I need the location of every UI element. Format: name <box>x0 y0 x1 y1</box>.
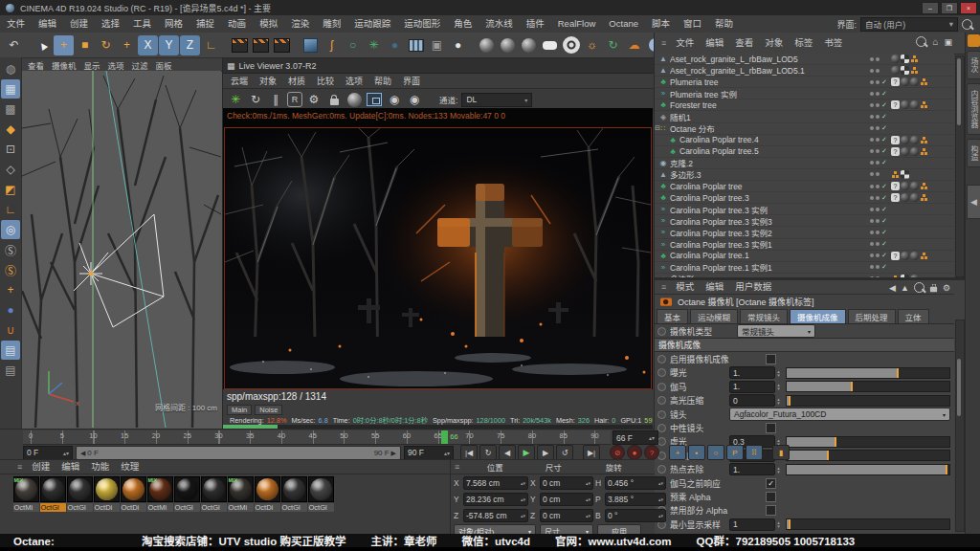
question-tag-icon[interactable]: ? <box>891 252 900 260</box>
coordinate-field[interactable]: 28.236 cm▴▾ <box>463 493 528 506</box>
keyframe-toggle-0[interactable]: + <box>669 445 686 460</box>
close-button[interactable]: × <box>960 2 977 14</box>
render-region-icon[interactable] <box>251 35 271 55</box>
attr-tab-3[interactable]: 摄像机成像 <box>790 309 846 323</box>
om-menu-0[interactable]: 文件 <box>670 34 700 52</box>
menu-item-15[interactable]: 插件 <box>520 15 551 33</box>
select-arrow-icon[interactable]: ▲ <box>29 31 56 58</box>
attribute-scrollbar[interactable] <box>955 320 965 532</box>
question-tag-icon[interactable]: ? <box>891 193 900 202</box>
param-checkbox[interactable] <box>766 423 776 433</box>
uvw-tag-icon[interactable] <box>901 170 909 179</box>
menu-item-14[interactable]: 流水线 <box>479 15 520 33</box>
coordinate-field[interactable]: 0 cm▴▾ <box>540 476 593 490</box>
target-icon[interactable] <box>561 35 581 55</box>
visibility-toggles[interactable]: ✓ <box>870 183 891 190</box>
material-preview-icon[interactable] <box>345 91 363 108</box>
visibility-toggles[interactable]: ✓ <box>870 124 891 132</box>
octane-tag-icon[interactable] <box>920 100 928 109</box>
back-arrow-icon[interactable]: ◀ <box>889 283 896 293</box>
current-frame-field[interactable]: 66 F ▴▾ <box>612 430 658 445</box>
viewport-menu-0[interactable]: 查看 <box>24 59 48 71</box>
object-row[interactable]: ♣Plumeria tree✓? <box>655 77 954 88</box>
visibility-toggles[interactable]: ✓ <box>870 229 891 236</box>
lv-menu-0[interactable]: 云端 <box>225 73 254 90</box>
object-row[interactable]: ♣Carolina Poplar tree.1✓? <box>655 251 954 262</box>
attr-tab-2[interactable]: 常规镜头 <box>740 309 788 323</box>
object-tags[interactable]: ? <box>891 193 954 202</box>
search-icon[interactable] <box>914 282 924 293</box>
octane-tag-icon[interactable] <box>910 55 919 63</box>
keyframe-toggle-2[interactable]: ○ <box>707 445 724 460</box>
focus-picker-icon[interactable]: ◉ <box>386 91 403 108</box>
menu-item-8[interactable]: 模拟 <box>253 15 284 33</box>
camera-type-dropdown[interactable]: 常规镜头▾ <box>737 324 815 338</box>
viewport-menu-2[interactable]: 显示 <box>80 59 104 71</box>
material-picker-icon[interactable]: ◉ <box>406 91 423 108</box>
restore-button[interactable]: ❐ <box>941 2 958 14</box>
add-cube-icon[interactable] <box>301 35 321 55</box>
object-tags[interactable] <box>891 170 954 179</box>
move-tool-icon[interactable]: + <box>54 35 74 55</box>
param-slider[interactable] <box>786 395 950 407</box>
question-tag-icon[interactable]: ? <box>891 182 900 190</box>
lock-x-icon[interactable]: X <box>138 35 158 55</box>
material-item[interactable]: OctGl <box>40 476 65 512</box>
uvw-tag-icon[interactable] <box>901 66 909 75</box>
menu-item-1[interactable]: 编辑 <box>32 15 63 33</box>
visibility-toggles[interactable] <box>870 57 891 61</box>
material-tag-icon[interactable] <box>901 193 909 202</box>
material-tag-icon[interactable] <box>901 77 909 86</box>
param-checkbox[interactable]: ✓ <box>766 478 776 489</box>
coordinate-field[interactable]: 0 cm▴▾ <box>540 509 593 522</box>
lv-menu-6[interactable]: 界面 <box>397 73 426 90</box>
object-row[interactable]: »Carolina Poplar tree.3 实例1✓ <box>655 239 954 251</box>
material-item[interactable]: OctGl <box>67 476 92 512</box>
param-value-field[interactable]: 1. <box>729 381 775 393</box>
undo-icon[interactable]: ↶ <box>4 35 24 55</box>
octane-start-icon[interactable]: ✳ <box>227 91 244 108</box>
material-item[interactable]: MIXOctMi <box>13 476 38 512</box>
object-row[interactable]: ◈随机1✓ <box>655 111 954 122</box>
floor-grid-icon[interactable] <box>406 35 426 55</box>
material-tag-icon[interactable] <box>910 77 919 86</box>
search-icon[interactable] <box>916 36 926 47</box>
render-tab-noise[interactable]: Noise <box>255 405 282 415</box>
material-tag-icon[interactable] <box>910 193 919 202</box>
visibility-toggles[interactable]: ✓ <box>870 113 891 121</box>
transport-button-5[interactable]: ↺ <box>556 445 573 460</box>
magnet-icon[interactable]: ∪ <box>1 320 20 340</box>
panel-menu-icon[interactable]: ≡ <box>657 38 670 48</box>
transport-button-0[interactable]: |◀ <box>460 445 478 460</box>
coord-system-icon[interactable]: ∟ <box>201 35 221 55</box>
material-item[interactable]: OctDi <box>121 476 145 512</box>
object-row[interactable]: ◉克隆.2✓ <box>655 158 954 169</box>
workplane-mode-icon[interactable]: ◆ <box>1 120 20 139</box>
menu-item-13[interactable]: 角色 <box>447 15 479 33</box>
material-item[interactable]: OctGl <box>201 476 226 512</box>
model-mode-icon[interactable]: ▦ <box>1 79 20 99</box>
param-value-field[interactable]: 1 <box>729 518 775 531</box>
param-checkbox[interactable] <box>766 354 776 364</box>
menu-item-3[interactable]: 选择 <box>95 15 126 33</box>
material-item[interactable]: OctGl <box>281 476 306 512</box>
octane-tag-icon[interactable] <box>920 193 928 202</box>
playhead[interactable] <box>441 430 448 444</box>
material-tag-icon[interactable] <box>901 100 909 109</box>
lens-dropdown[interactable]: Agfacolor_Futura_100CD▾ <box>729 408 950 421</box>
home-icon[interactable]: ⌂ <box>932 36 938 47</box>
param-checkbox[interactable] <box>766 492 776 502</box>
material-tag-icon[interactable] <box>910 136 919 144</box>
attr-tab-0[interactable]: 基本 <box>657 309 688 323</box>
material-item[interactable]: OctGl <box>174 476 199 512</box>
menu-item-7[interactable]: 动画 <box>221 15 253 33</box>
deformer-icon[interactable]: ● <box>385 35 405 55</box>
visibility-toggles[interactable]: ✓ <box>870 263 891 271</box>
param-slider[interactable] <box>786 464 950 475</box>
panel-icon[interactable]: ▣ <box>944 37 952 47</box>
dock-tab-0[interactable]: 场次 <box>967 51 980 79</box>
material-tag-icon[interactable] <box>910 147 919 156</box>
visibility-toggles[interactable] <box>870 69 891 73</box>
up-arrow-icon[interactable]: ▲ <box>901 283 909 293</box>
object-row[interactable]: ⊟∷Octane 分布✓ <box>655 123 954 135</box>
